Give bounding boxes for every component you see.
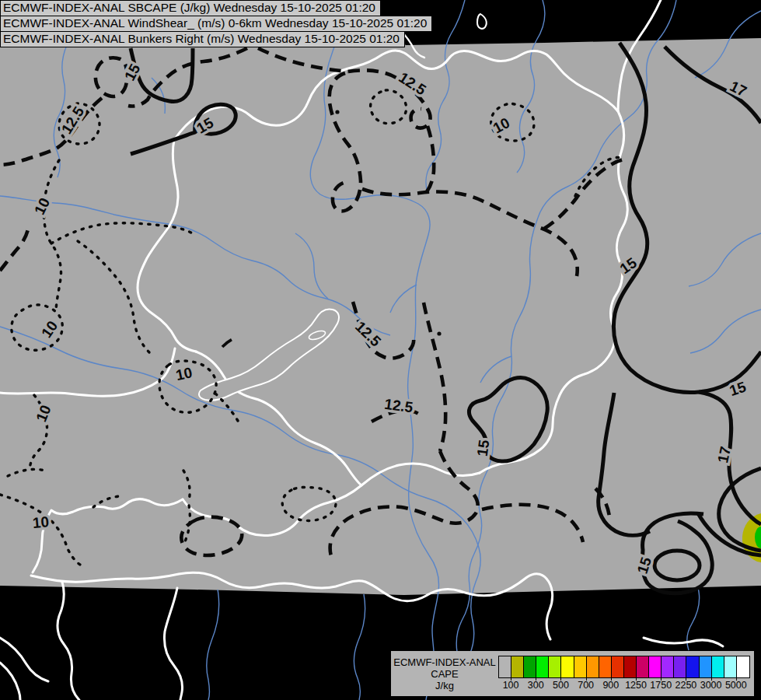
legend-title-line3: J/kg — [391, 680, 498, 691]
legend-tick-label: 5000 — [724, 679, 749, 691]
legend-cell — [574, 656, 587, 677]
legend-cell — [499, 656, 511, 677]
legend-tick-label: 3000 — [699, 679, 724, 691]
legend-color-scale: 10030050070090012501750225030005000 — [498, 656, 750, 691]
legend-tick-labels: 10030050070090012501750225030005000 — [498, 679, 749, 691]
legend-cell — [737, 656, 749, 677]
legend-cell — [549, 656, 561, 677]
legend-cell — [587, 656, 599, 677]
legend-tick-label: 1750 — [648, 679, 673, 691]
legend-cell — [599, 656, 612, 677]
contour-label: 17 — [714, 445, 734, 464]
legend-title-line1: ECMWF-INDEX-ANAL — [391, 656, 498, 668]
contour-label: 10 — [32, 513, 50, 531]
header-title-windshear: ECMWF-INDEX-ANAL WindShear_ (m/s) 0-6km … — [0, 16, 432, 32]
legend-cell — [686, 656, 699, 677]
contour-label: 15 — [474, 439, 493, 457]
legend-cell — [637, 656, 649, 677]
legend-title-line2: CAPE — [391, 668, 498, 680]
legend-panel: ECMWF-INDEX-ANAL CAPE J/kg 1003005007009… — [391, 651, 754, 696]
weather-map-product: 151512.512.510101010101012.512.515171517… — [0, 0, 761, 700]
legend-title: ECMWF-INDEX-ANAL CAPE J/kg — [391, 656, 498, 691]
legend-cell — [700, 656, 712, 677]
analysis-map: 151512.512.510101010101012.512.515171517… — [0, 0, 761, 700]
legend-cell — [662, 656, 674, 677]
legend-cell — [561, 656, 574, 677]
legend-cell — [649, 656, 662, 677]
legend-cell — [511, 656, 524, 677]
legend-cell — [624, 656, 637, 677]
legend-cell — [724, 656, 737, 677]
legend-cell — [612, 656, 624, 677]
legend-colorbar — [498, 656, 750, 678]
legend-cell — [524, 656, 536, 677]
legend-cell — [536, 656, 549, 677]
legend-cell — [712, 656, 724, 677]
header-title-sbcape: ECMWF-INDEX-ANAL SBCAPE (J/kg) Wednesday… — [0, 0, 381, 16]
legend-tick-label: 300 — [523, 679, 548, 691]
legend-tick-label: 500 — [548, 679, 573, 691]
header-title-bunkers: ECMWF-INDEX-ANAL Bunkers Right (m/s) Wed… — [0, 31, 405, 47]
legend-tick-label: 900 — [599, 679, 623, 691]
contour-label: 10 — [174, 364, 194, 383]
legend-tick-label: 100 — [498, 679, 523, 691]
legend-tick-label: 700 — [574, 679, 599, 691]
legend-cell — [674, 656, 686, 677]
legend-tick-label: 2250 — [673, 679, 698, 691]
legend-tick-label: 1250 — [623, 679, 648, 691]
